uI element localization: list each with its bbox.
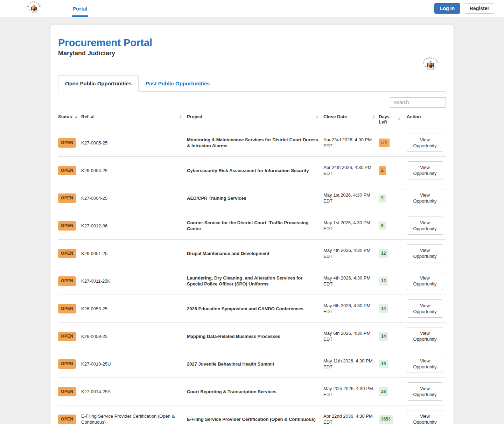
- status-badge: OPEN: [58, 166, 76, 175]
- status-badge: OPEN: [58, 387, 76, 396]
- table-row: OPEN K26-0058-25 Mapping Data-Related Bu…: [58, 323, 446, 350]
- view-opportunity-button[interactable]: View Opportunity: [407, 189, 443, 207]
- view-opportunity-button[interactable]: View Opportunity: [407, 217, 443, 235]
- sort-icon: ▲▼: [316, 115, 318, 119]
- table-row: OPEN K26-0053-25 2026 Education Symposiu…: [58, 295, 446, 323]
- column-label: Days Left: [379, 114, 393, 125]
- view-opportunity-button[interactable]: View Opportunity: [407, 161, 443, 179]
- project-title: E-Filing Service Provider Certification …: [187, 416, 323, 422]
- close-date: May 6th 2026, 4:30 PM EDT: [323, 303, 379, 315]
- ref-number: K27-0005-25: [81, 140, 187, 146]
- days-left-badge: 2: [379, 166, 386, 175]
- view-opportunity-button[interactable]: View Opportunity: [407, 272, 443, 290]
- status-badge: OPEN: [58, 193, 76, 203]
- view-opportunity-button[interactable]: View Opportunity: [407, 299, 443, 318]
- nav-tab-portal[interactable]: Portal: [72, 0, 88, 17]
- ref-number: K27-0011-25K: [81, 278, 187, 284]
- project-title: Court Reporting & Transcription Services: [187, 389, 323, 395]
- close-date: May 11th 2026, 4:30 PM EDT: [323, 358, 379, 370]
- page-subtitle: Maryland Judiciary: [58, 50, 446, 57]
- project-title: 2026 Education Symposium and CANDO Confe…: [187, 306, 323, 312]
- close-date: Apr 24th 2026, 4:30 PM EDT: [323, 164, 379, 176]
- table-row: OPEN K27-0004-25 AED/CPR Training Servic…: [58, 184, 446, 212]
- status-badge: OPEN: [58, 249, 76, 258]
- ref-number: K26-0051-25: [81, 250, 187, 256]
- column-label: Close Date: [323, 114, 347, 119]
- table-header: Status ▲ Ref. # ▲▼ Project ▲▼ Close Date…: [58, 114, 446, 129]
- sort-icon: ▲▼: [372, 115, 375, 119]
- project-title: Courier Service for the District Court -…: [187, 220, 323, 232]
- page-title: Procurement Portal: [58, 37, 446, 49]
- view-opportunity-button[interactable]: View Opportunity: [407, 410, 443, 424]
- project-title: Monitoring & Maintenance Services for Di…: [187, 137, 323, 149]
- column-header-ref[interactable]: Ref. # ▲▼: [81, 114, 187, 119]
- status-badge: OPEN: [58, 276, 76, 286]
- ref-number: K27-0010-25U: [81, 361, 187, 367]
- ref-number: K26-0054-29: [81, 168, 187, 174]
- sort-icon: ▲▼: [398, 117, 400, 121]
- status-badge: OPEN: [58, 415, 76, 424]
- ref-number: K26-0053-25: [81, 306, 187, 312]
- view-opportunity-button[interactable]: View Opportunity: [407, 382, 443, 401]
- column-label: Project: [187, 114, 202, 119]
- days-left-badge: 3653: [379, 415, 393, 424]
- close-date: May 6th 2026, 4:30 PM EDT: [323, 330, 379, 342]
- status-badge: OPEN: [58, 332, 76, 341]
- days-left-badge: 12: [379, 249, 388, 258]
- close-date: May 20th 2026, 4:30 PM EDT: [323, 386, 379, 397]
- table-body: OPEN K27-0005-25 Monitoring & Maintenanc…: [58, 129, 446, 424]
- project-title: Cybersecurity Risk Assessment for Inform…: [187, 168, 323, 174]
- sort-ascending-icon: ▲: [75, 115, 78, 119]
- project-title: AED/CPR Training Services: [187, 195, 323, 201]
- tab-bar: Open Public Opportunities Past Public Op…: [58, 75, 446, 92]
- close-date: May 1st 2026, 4:30 PM EDT: [323, 192, 379, 204]
- close-date: Apr 22nd 2036, 4:30 PM EDT: [323, 413, 379, 424]
- days-left-badge: 9: [379, 221, 386, 230]
- table-row: OPEN K26-0054-29 Cybersecurity Risk Asse…: [58, 157, 446, 184]
- table-row: OPEN K26-0051-25 Drupal Maintenance and …: [58, 240, 446, 267]
- status-badge: OPEN: [58, 304, 76, 313]
- ref-number: K27-0014-25A: [81, 389, 187, 395]
- table-row: OPEN E-Filing Service Provider Certifica…: [58, 405, 446, 424]
- project-title: Drupal Maintenance and Development: [187, 250, 323, 256]
- column-header-action: Action: [407, 114, 446, 119]
- maryland-judiciary-seal-icon: MARYLAND JUDICIARY: [26, 0, 42, 17]
- top-navbar: MARYLAND JUDICIARY Portal Log In Registe…: [0, 0, 504, 17]
- status-badge: OPEN: [58, 221, 76, 231]
- column-label: Action: [407, 114, 421, 119]
- maryland-judiciary-seal-icon: MARYLAND JUDICIARY: [421, 55, 440, 75]
- status-badge: OPEN: [58, 138, 76, 148]
- procurement-portal-card: MARYLAND JUDICIARY Procurement Portal Ma…: [50, 24, 454, 424]
- table-row: OPEN K27-0014-25A Court Reporting & Tran…: [58, 378, 446, 405]
- column-header-project[interactable]: Project ▲▼: [187, 114, 323, 119]
- column-header-status[interactable]: Status ▲: [58, 114, 81, 119]
- tab-open-public-opportunities[interactable]: Open Public Opportunities: [58, 75, 139, 92]
- sort-icon: ▲▼: [179, 115, 182, 119]
- close-date: May 1st 2026, 4:30 PM EDT: [323, 220, 379, 232]
- login-button[interactable]: Log In: [434, 3, 460, 14]
- ref-number: E-Filing Service Provider Certification …: [81, 413, 187, 424]
- view-opportunity-button[interactable]: View Opportunity: [407, 355, 443, 373]
- project-title: Laundering, Dry Cleaning, and Alteration…: [187, 275, 323, 287]
- view-opportunity-button[interactable]: View Opportunity: [407, 327, 443, 345]
- project-title: Mapping Data-Related Business Processes: [187, 333, 323, 339]
- table-row: OPEN K27-0005-25 Monitoring & Maintenanc…: [58, 129, 446, 157]
- register-button[interactable]: Register: [465, 3, 494, 14]
- column-label: Ref. #: [81, 114, 93, 119]
- days-left-badge: 19: [379, 360, 388, 368]
- ref-number: K27-0012-86: [81, 223, 187, 229]
- close-date: May 4th 2026, 4:30 PM EDT: [323, 275, 379, 287]
- view-opportunity-button[interactable]: View Opportunity: [407, 134, 443, 152]
- days-left-badge: 12: [379, 277, 388, 285]
- status-badge: OPEN: [58, 359, 76, 369]
- project-title: 2027 Juvenile Behavioral Health Summit: [187, 361, 323, 367]
- days-left-badge: < 1: [379, 139, 390, 147]
- column-header-close-date[interactable]: Close Date ▲▼: [323, 114, 379, 119]
- days-left-badge: 9: [379, 194, 386, 203]
- view-opportunity-button[interactable]: View Opportunity: [407, 244, 443, 262]
- table-row: OPEN K27-0012-86 Courier Service for the…: [58, 212, 446, 240]
- column-label: Status: [58, 114, 72, 119]
- search-input[interactable]: [390, 97, 446, 108]
- column-header-days-left[interactable]: Days Left ▲▼: [379, 114, 407, 125]
- tab-past-public-opportunities[interactable]: Past Public Opportunities: [139, 75, 217, 92]
